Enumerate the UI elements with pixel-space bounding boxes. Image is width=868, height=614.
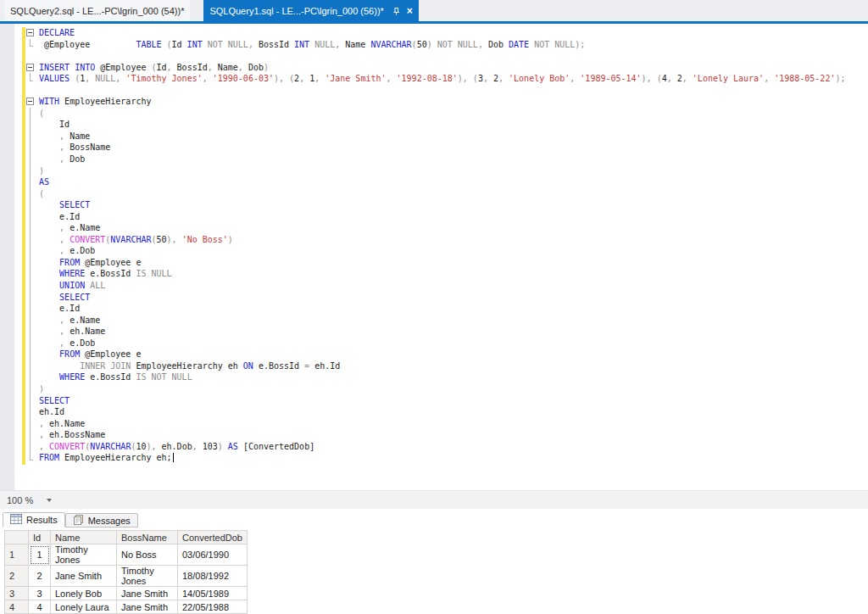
results-tab-label: Results: [26, 515, 58, 525]
outline-region-line: [30, 234, 31, 246]
grid-cell[interactable]: 22/05/1988: [178, 600, 248, 614]
code-line: ): [0, 165, 868, 177]
results-pane: Results Messages IdNameBossNameConverted…: [0, 509, 868, 614]
grid-cell[interactable]: 1: [29, 544, 51, 566]
tab-results[interactable]: Results: [3, 512, 65, 527]
grid-cell[interactable]: No Boss: [117, 544, 178, 566]
grid-column-header[interactable]: Id: [29, 531, 51, 544]
code-area[interactable]: DECLARE @Employee TABLE (Id INT NOT NULL…: [0, 27, 868, 464]
outline-region-line: [30, 222, 31, 234]
code-line: e.Id: [0, 211, 868, 223]
code-line: , eh.Name: [0, 418, 868, 430]
collapse-region-minus-icon[interactable]: [26, 29, 34, 36]
code-line: DECLARE: [0, 27, 868, 39]
editor-bottom-strip: 100 %: [0, 490, 868, 509]
outline-region-line: [30, 303, 31, 315]
tab-messages[interactable]: Messages: [65, 513, 138, 527]
grid-cell[interactable]: Lonely Laura: [51, 600, 117, 614]
grid-cell[interactable]: 3: [29, 587, 51, 600]
grid-cell[interactable]: Lonely Bob: [51, 587, 117, 600]
zoom-value: 100 %: [7, 495, 33, 505]
outline-region-line: [30, 119, 31, 131]
document-tab-strip: SQLQuery2.sql - LE...-PC\lgrin_000 (54))…: [0, 0, 868, 21]
outline-region-line: [30, 257, 31, 269]
table-row: 11Timothy JonesNo Boss03/06/1990: [5, 544, 248, 566]
code-line: UNION ALL: [0, 280, 868, 292]
results-grid: IdNameBossNameConvertedDob 11Timothy Jon…: [4, 530, 248, 614]
outline-region-line: [30, 245, 31, 257]
outline-region-line: [30, 383, 31, 395]
grid-cell[interactable]: 18/08/1992: [178, 566, 248, 587]
code-line: , eh.BossName: [0, 429, 868, 441]
grid-cell[interactable]: 4: [29, 600, 51, 614]
code-line: ): [0, 383, 868, 395]
grid-cell[interactable]: 03/06/1990: [178, 544, 248, 566]
grid-cell[interactable]: Jane Smith: [117, 587, 178, 600]
code-line: , e.Dob: [0, 245, 868, 257]
grid-column-header[interactable]: BossName: [117, 531, 178, 544]
code-line: FROM EmployeeHierarchy eh;: [0, 452, 868, 464]
grid-row-header[interactable]: 1: [5, 544, 29, 566]
code-line: e.Id: [0, 303, 868, 315]
zoom-selector[interactable]: 100 %: [0, 495, 52, 505]
close-icon[interactable]: ×: [407, 7, 413, 15]
code-line: INNER JOIN EmployeeHierarchy eh ON e.Bos…: [0, 360, 868, 372]
chevron-down-icon: [47, 499, 52, 502]
grid-cell[interactable]: 2: [29, 566, 51, 587]
code-line: @Employee TABLE (Id INT NOT NULL, BossId…: [0, 39, 868, 51]
code-line: WHERE e.BossId IS NULL: [0, 268, 868, 280]
code-line: [0, 85, 868, 97]
outline-region-line: [30, 268, 31, 280]
outline-region-line: [30, 188, 31, 200]
results-grid-icon: [10, 514, 22, 526]
outline-region-line: [30, 371, 31, 383]
code-line: INSERT INTO @Employee (Id, BossId, Name,…: [0, 62, 868, 74]
outline-region-line: [30, 338, 31, 349]
code-line: [0, 50, 868, 62]
grid-column-header[interactable]: Name: [51, 531, 117, 544]
grid-column-header[interactable]: ConvertedDob: [178, 531, 248, 544]
outline-region-line: [30, 176, 31, 188]
outline-region-line: [30, 418, 31, 430]
outline-region-line: [30, 142, 31, 154]
grid-cell[interactable]: 14/05/1989: [178, 587, 248, 600]
grid-cell[interactable]: Jane Smith: [51, 566, 117, 587]
code-line: AS: [0, 176, 868, 188]
tab-sqlquery2[interactable]: SQLQuery2.sql - LE...-PC\lgrin_000 (54))…: [4, 0, 190, 21]
outline-region-line: [30, 292, 31, 304]
outline-region-line: [30, 154, 31, 165]
grid-header-row: IdNameBossNameConvertedDob: [5, 531, 248, 544]
outline-region-line: [30, 39, 31, 47]
outline-region-line: [30, 441, 31, 453]
collapse-region-minus-icon[interactable]: [26, 98, 34, 105]
code-line: WITH EmployeeHierarchy: [0, 96, 868, 108]
sql-editor[interactable]: DECLARE @Employee TABLE (Id INT NOT NULL…: [0, 24, 868, 490]
grid-corner-cell[interactable]: [5, 531, 29, 544]
collapse-region-minus-icon[interactable]: [26, 64, 34, 71]
grid-cell[interactable]: Timothy Jones: [51, 544, 117, 566]
grid-row-header[interactable]: 4: [5, 600, 29, 614]
outline-region-line: [30, 326, 31, 338]
text-caret: [173, 453, 174, 462]
code-line: (: [0, 108, 868, 120]
tab-sqlquery1[interactable]: SQLQuery1.sql - LE...-PC\lgrin_000 (56))…: [203, 0, 418, 21]
messages-tab-label: Messages: [88, 516, 131, 526]
outline-region-line: [30, 315, 31, 327]
tab-label: SQLQuery1.sql - LE...-PC\lgrin_000 (56))…: [209, 6, 383, 16]
code-line: , Dob: [0, 154, 868, 165]
grid-cell[interactable]: Timothy Jones: [117, 566, 178, 587]
code-line: , eh.Name: [0, 326, 868, 338]
outline-region-line: [30, 406, 31, 418]
grid-row-header[interactable]: 3: [5, 587, 29, 600]
code-line: , Name: [0, 131, 868, 142]
code-line: (: [0, 188, 868, 200]
code-line: SELECT: [0, 292, 868, 304]
outline-region-line: [30, 131, 31, 142]
code-line: , e.Dob: [0, 338, 868, 349]
code-line: FROM @Employee e: [0, 257, 868, 269]
grid-row-header[interactable]: 2: [5, 566, 29, 587]
outline-region-line: [30, 108, 31, 120]
pin-icon[interactable]: [392, 7, 400, 15]
table-row: 44Lonely LauraJane Smith22/05/1988: [5, 600, 248, 614]
grid-cell[interactable]: Jane Smith: [117, 600, 178, 614]
